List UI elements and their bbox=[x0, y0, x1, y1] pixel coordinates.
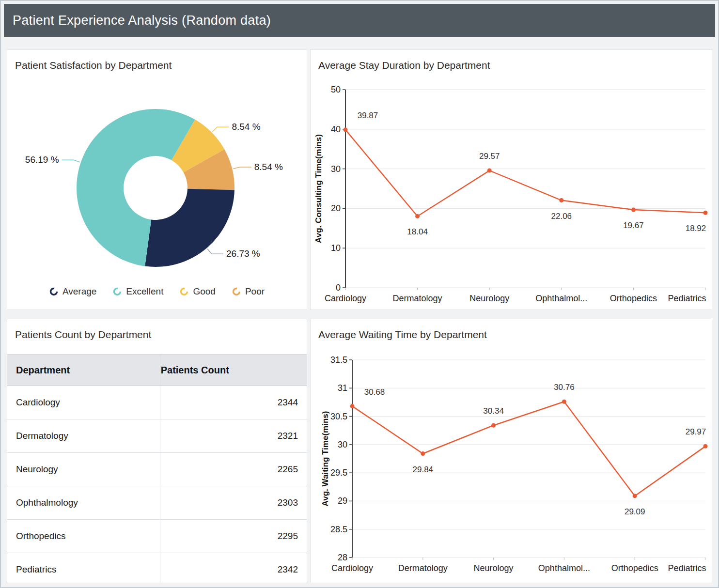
data-point-label: 22.06 bbox=[551, 212, 572, 221]
slice-percent-label: 8.54 % bbox=[232, 122, 260, 132]
table-row: Dermatology2321 bbox=[7, 419, 307, 453]
column-header-patients-count: Patients Count bbox=[160, 355, 307, 386]
dashboard-header: Patient Experience Analysis (Random data… bbox=[4, 4, 715, 37]
legend-item-poor[interactable]: Poor bbox=[232, 286, 265, 297]
panel-stay-duration: Average Stay Duration by Department 0102… bbox=[310, 49, 712, 310]
table-row: Pediatrics2342 bbox=[7, 553, 307, 584]
patients-count-cell: 2295 bbox=[160, 520, 307, 553]
slice-connector-line bbox=[212, 127, 229, 132]
panel-title-stay-duration: Average Stay Duration by Department bbox=[318, 60, 490, 71]
legend-average-ring-icon bbox=[49, 287, 58, 296]
legend-good-ring-icon bbox=[180, 287, 188, 296]
donut-legend: AverageExcellentGoodPoor bbox=[7, 286, 307, 297]
y-axis-title: Avg. Waiting Time(mins) bbox=[321, 411, 330, 507]
data-point-marker[interactable] bbox=[344, 127, 348, 132]
y-tick-label: 29.5 bbox=[330, 468, 347, 478]
satisfaction-donut-chart[interactable]: 8.54 %8.54 %26.73 %56.19 % bbox=[7, 50, 307, 309]
x-axis-label: Pediatrics bbox=[668, 563, 706, 573]
data-point-marker[interactable] bbox=[633, 494, 637, 498]
legend-item-good[interactable]: Good bbox=[180, 286, 215, 297]
x-axis-label: Cardiology bbox=[325, 294, 366, 303]
data-point-label: 29.57 bbox=[479, 152, 500, 161]
x-axis-label: Ophthalmol... bbox=[538, 563, 590, 573]
data-point-marker[interactable] bbox=[487, 169, 492, 173]
table-row: Neurology2265 bbox=[7, 453, 307, 486]
data-point-marker[interactable] bbox=[703, 444, 708, 449]
slice-connector-line bbox=[233, 167, 251, 169]
data-point-marker[interactable] bbox=[559, 198, 563, 202]
data-point-marker[interactable] bbox=[350, 404, 355, 408]
data-point-label: 30.34 bbox=[483, 406, 504, 416]
patients-count-cell: 2342 bbox=[160, 553, 307, 584]
legend-item-excellent[interactable]: Excellent bbox=[113, 286, 163, 297]
y-tick-label: 30.5 bbox=[330, 412, 347, 421]
data-point-label: 18.92 bbox=[686, 224, 706, 233]
dashboard-grid: Patient Satisfaction by Department 8.54 … bbox=[7, 49, 712, 583]
table-row: Orthopedics2295 bbox=[7, 520, 307, 553]
slice-percent-label: 8.54 % bbox=[254, 162, 283, 172]
data-point-marker[interactable] bbox=[421, 451, 425, 456]
data-point-marker[interactable] bbox=[491, 423, 496, 428]
x-axis-label: Neurology bbox=[474, 563, 514, 573]
y-tick-label: 28 bbox=[338, 553, 347, 562]
column-header-department: Department bbox=[7, 355, 160, 386]
table-header-row: DepartmentPatients Count bbox=[7, 355, 307, 386]
slice-connector-line bbox=[207, 249, 223, 254]
x-axis-label: Orthopedics bbox=[610, 294, 657, 303]
y-tick-label: 10 bbox=[331, 243, 341, 253]
y-tick-label: 30 bbox=[338, 440, 347, 449]
slice-percent-label: 26.73 % bbox=[226, 248, 260, 259]
series-line bbox=[345, 130, 705, 217]
data-point-label: 29.97 bbox=[686, 427, 706, 436]
donut-slice-average[interactable] bbox=[145, 189, 234, 267]
data-point-marker[interactable] bbox=[631, 208, 636, 212]
panel-patient-satisfaction: Patient Satisfaction by Department 8.54 … bbox=[7, 49, 307, 310]
patients-count-table-head: DepartmentPatients Count bbox=[7, 355, 307, 386]
legend-label: Excellent bbox=[126, 286, 163, 297]
y-axis-title: Avg. Consulting Time(mins) bbox=[314, 134, 323, 243]
patients-count-table-body: Cardiology2344Dermatology2321Neurology22… bbox=[7, 386, 307, 584]
table-row: Ophthalmology2303 bbox=[7, 486, 307, 520]
legend-label: Good bbox=[193, 286, 215, 297]
x-axis-label: Ophthalmol... bbox=[535, 294, 587, 303]
x-axis-label: Neurology bbox=[469, 294, 509, 303]
dashboard-title: Patient Experience Analysis (Random data… bbox=[13, 13, 271, 28]
x-axis-label: Pediatrics bbox=[668, 294, 706, 303]
department-cell: Ophthalmology bbox=[7, 486, 160, 520]
department-cell: Neurology bbox=[7, 453, 160, 486]
patients-count-table: DepartmentPatients Count Cardiology2344D… bbox=[7, 354, 307, 583]
legend-item-average[interactable]: Average bbox=[49, 286, 96, 297]
department-cell: Pediatrics bbox=[7, 553, 160, 584]
x-axis-label: Orthopedics bbox=[611, 563, 658, 573]
data-point-marker[interactable] bbox=[415, 214, 420, 218]
department-cell: Orthopedics bbox=[7, 520, 160, 553]
department-cell: Cardiology bbox=[7, 386, 160, 419]
x-axis-label: Dermatology bbox=[398, 563, 448, 573]
data-point-marker[interactable] bbox=[703, 211, 708, 215]
panel-title-waiting-time: Average Waiting Time by Department bbox=[318, 329, 487, 340]
x-axis-label: Cardiology bbox=[331, 563, 373, 573]
y-tick-label: 31 bbox=[338, 383, 347, 393]
y-tick-label: 29 bbox=[338, 496, 347, 506]
slice-connector-line bbox=[62, 160, 80, 162]
patients-count-cell: 2303 bbox=[160, 486, 307, 520]
data-point-marker[interactable] bbox=[562, 400, 566, 404]
legend-label: Poor bbox=[245, 286, 265, 297]
panel-title-patients-count: Patients Count by Department bbox=[15, 329, 151, 340]
waiting-time-line-chart[interactable]: 2828.52929.53030.53131.5CardiologyDermat… bbox=[311, 319, 712, 583]
data-point-label: 18.04 bbox=[407, 227, 428, 236]
patients-count-cell: 2321 bbox=[160, 419, 307, 453]
panel-title-satisfaction: Patient Satisfaction by Department bbox=[15, 60, 172, 71]
data-point-label: 39.87 bbox=[358, 111, 378, 120]
panel-waiting-time: Average Waiting Time by Department 2828.… bbox=[310, 319, 712, 583]
data-point-label: 29.09 bbox=[625, 507, 645, 516]
dashboard: Patient Experience Analysis (Random data… bbox=[0, 0, 719, 588]
slice-percent-label: 56.19 % bbox=[25, 155, 59, 165]
y-tick-label: 0 bbox=[336, 283, 341, 293]
y-tick-label: 50 bbox=[331, 85, 341, 94]
x-axis-label: Dermatology bbox=[393, 294, 442, 303]
stay-duration-line-chart[interactable]: 01020304050CardiologyDermatologyNeurolog… bbox=[311, 50, 712, 309]
y-tick-label: 40 bbox=[331, 124, 341, 134]
data-point-label: 29.84 bbox=[413, 465, 434, 474]
legend-poor-ring-icon bbox=[232, 287, 241, 296]
